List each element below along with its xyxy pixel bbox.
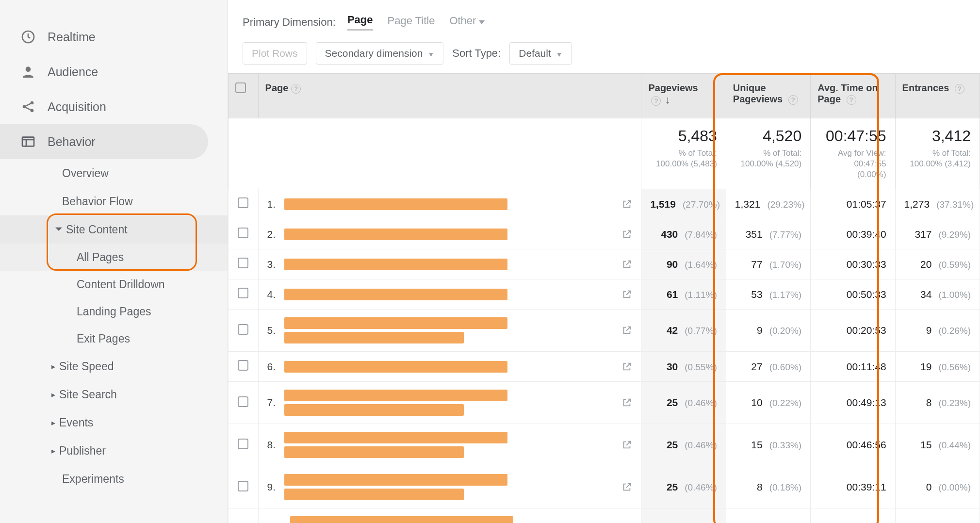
dimension-tab-page[interactable]: Page [347,14,373,31]
open-in-new-icon[interactable] [621,440,632,450]
page-cell: 6. [258,352,641,382]
nav-label: Acquisition [48,100,106,114]
sidebar-item-experiments[interactable]: Experiments [0,465,228,493]
row-rank: 2. [267,229,276,240]
sidebar-item-content-drilldown[interactable]: Content Drilldown [0,271,228,298]
redacted-page-bar [284,289,507,300]
open-in-new-icon[interactable] [621,325,632,336]
row-checkbox[interactable] [238,396,248,407]
column-header-pageviews[interactable]: Pageviews?↓ [641,74,726,118]
row-checkbox[interactable] [238,288,248,298]
help-icon[interactable]: ? [788,95,798,105]
cell-avg-time: 00:11:48 [811,352,895,382]
row-checkbox-cell [229,279,259,310]
sort-arrow-down-icon: ↓ [665,94,670,106]
nav-audience[interactable]: Audience [0,54,228,89]
plot-rows-button[interactable]: Plot Rows [243,42,307,65]
nav-realtime[interactable]: Realtime [0,19,228,54]
cell-entrances: 20(0.59%) [895,249,980,279]
row-checkbox[interactable] [238,360,248,371]
nav-behavior[interactable]: Behavior [0,124,208,159]
table-row: 10.22(0.40%)6(0.13%)00:43:570(0.00%) [229,508,980,523]
sidebar-item-landing-pages[interactable]: Landing Pages [0,298,228,325]
cell-entrances: 1,273(37.31%) [895,189,980,219]
summary-sub1: Avg for View: [838,148,886,158]
main-content: Primary Dimension: Page Page Title Other… [228,0,980,523]
caret-down-icon: ▼ [556,50,563,58]
help-icon[interactable]: ? [651,96,661,106]
row-rank: 3. [267,259,276,270]
sidebar: Realtime Audience Acquisition Behavior O… [0,0,228,523]
sidebar-item-exit-pages[interactable]: Exit Pages [0,325,228,352]
row-checkbox-cell [229,466,259,508]
cell-unique-pageviews: 351(7.77%) [726,219,810,249]
help-icon[interactable]: ? [291,84,301,94]
open-in-new-icon[interactable] [621,361,632,372]
select-all-checkbox[interactable] [235,82,246,93]
redacted-page-bar [284,489,464,500]
summary-unique: 4,520 % of Total:100.00% (4,520) [726,118,810,189]
cell-entrances: 8(0.23%) [895,382,980,424]
summary-value: 5,483 [650,127,717,145]
caret-down-icon: ▼ [427,50,434,58]
table-row: 5.42(0.77%)9(0.20%)00:20:539(0.26%) [229,310,980,352]
open-in-new-icon[interactable] [621,482,632,492]
sidebar-item-site-search[interactable]: Site Search [0,380,228,409]
redacted-page-bar [284,259,507,270]
row-checkbox[interactable] [238,324,248,335]
secondary-dimension-dropdown[interactable]: Secondary dimension▼ [316,42,444,65]
open-in-new-icon[interactable] [621,229,632,240]
dimension-tab-page-title[interactable]: Page Title [388,15,435,30]
row-rank: 1. [267,198,276,210]
sidebar-item-behavior-flow[interactable]: Behavior Flow [0,187,228,215]
column-header-unique-pageviews[interactable]: Unique Pageviews ? [726,74,810,118]
summary-sub2: 100.00% (3,412) [910,159,971,168]
help-icon[interactable]: ? [955,84,964,94]
cell-unique-pageviews: 53(1.17%) [726,279,810,310]
redacted-page-bar [284,361,507,373]
redacted-page-bar [284,390,507,401]
dimension-tab-other[interactable]: Other [449,15,485,30]
column-header-avg-time[interactable]: Avg. Time on Page ? [811,74,895,118]
row-checkbox-cell [229,382,259,424]
nav-acquisition[interactable]: Acquisition [0,89,228,124]
open-in-new-icon[interactable] [621,199,632,210]
person-icon [19,63,37,81]
row-checkbox[interactable] [238,228,248,238]
row-checkbox[interactable] [238,197,248,208]
sidebar-item-publisher[interactable]: Publisher [0,437,228,465]
cell-entrances: 19(0.56%) [895,352,980,382]
column-header-entrances[interactable]: Entrances ? [895,74,980,118]
open-in-new-icon[interactable] [621,397,632,408]
sort-type-value: Default [519,48,551,59]
summary-row: 5,483 % of Total:100.00% (5,483) 4,520 %… [229,118,980,189]
cell-unique-pageviews: 1,321(29.23%) [726,189,810,219]
cell-unique-pageviews: 27(0.60%) [726,352,810,382]
table-row: 7.25(0.46%)10(0.22%)00:49:138(0.23%) [229,382,980,424]
nav-label: Realtime [48,30,96,44]
table-row: 2.430(7.84%)351(7.77%)00:39:40317(9.29%) [229,219,980,249]
cell-unique-pageviews: 6(0.13%) [726,508,810,523]
row-checkbox-cell [229,310,259,352]
open-in-new-icon[interactable] [621,289,632,300]
row-checkbox[interactable] [238,258,248,268]
table-row: 3.90(1.64%)77(1.70%)00:30:3320(0.59%) [229,249,980,279]
row-checkbox[interactable] [238,481,248,491]
row-checkbox-cell [229,424,259,466]
sort-type-dropdown[interactable]: Default▼ [509,42,572,65]
cell-avg-time: 00:49:13 [811,382,895,424]
help-icon[interactable]: ? [847,95,856,105]
cell-avg-time: 00:39:11 [811,466,895,508]
cell-pageviews: 30(0.55%) [641,352,726,382]
open-in-new-icon[interactable] [621,259,632,270]
row-checkbox[interactable] [238,439,248,449]
sidebar-item-overview[interactable]: Overview [0,159,228,187]
table-row: 8.25(0.46%)15(0.33%)00:46:5615(0.44%) [229,424,980,466]
summary-value: 4,520 [735,127,801,145]
cell-pageviews: 25(0.46%) [641,424,726,466]
sidebar-item-events[interactable]: Events [0,409,228,437]
column-header-page[interactable]: Page? [258,74,641,118]
row-checkbox-cell [229,189,259,219]
sidebar-item-site-speed[interactable]: Site Speed [0,352,228,380]
cell-entrances: 15(0.44%) [895,424,980,466]
